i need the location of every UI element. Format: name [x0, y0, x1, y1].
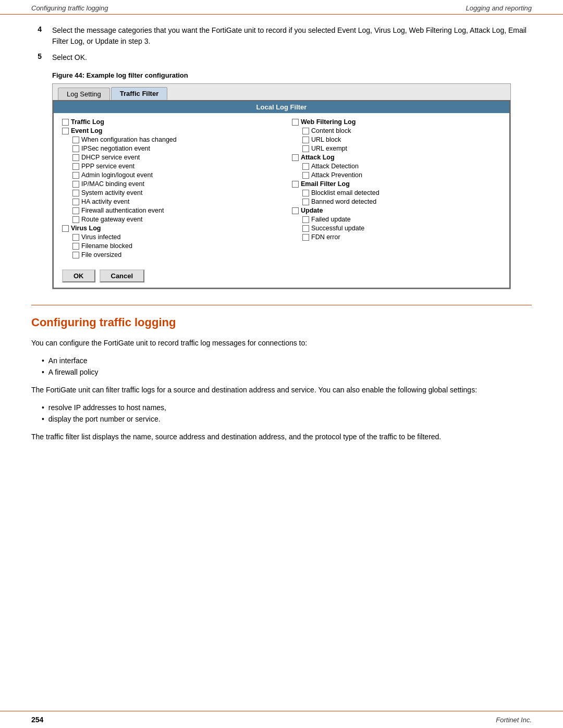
- filter-label: URL block: [311, 136, 341, 143]
- filter-row: Traffic Log: [62, 118, 271, 126]
- section-heading: Configuring traffic logging: [31, 316, 532, 329]
- filter-row: Virus infected: [62, 233, 271, 241]
- checkbox[interactable]: [72, 137, 79, 143]
- checkbox[interactable]: [302, 172, 309, 179]
- checkbox[interactable]: [292, 154, 299, 161]
- filter-label: Successful update: [311, 225, 364, 232]
- checkbox[interactable]: [302, 234, 309, 241]
- checkbox[interactable]: [62, 225, 69, 232]
- filter-title-text: Local Log Filter: [256, 103, 307, 111]
- filter-row: DHCP service event: [62, 154, 271, 161]
- checkbox[interactable]: [72, 181, 79, 188]
- filter-row: Attack Detection: [292, 163, 501, 170]
- bullets-2: resolve IP addresses to host names,displ…: [42, 402, 532, 425]
- filter-row: Blocklist email detected: [292, 189, 501, 196]
- dialog-content: Local Log Filter Traffic LogEvent LogWhe…: [53, 100, 510, 289]
- filter-body: Traffic LogEvent LogWhen configuration h…: [54, 113, 509, 265]
- list-item: A firewall policy: [42, 366, 532, 378]
- filter-row: Event Log: [62, 127, 271, 134]
- filter-label: Virus Log: [71, 225, 101, 232]
- filter-row: Virus Log: [62, 225, 271, 232]
- footer-company: Fortinet Inc.: [496, 716, 532, 724]
- tabs-row: Log Setting Traffic Filter: [53, 84, 510, 100]
- filter-label: Blocklist email detected: [311, 189, 380, 196]
- filter-row: Attack Log: [292, 154, 501, 161]
- checkbox[interactable]: [292, 207, 299, 214]
- checkbox[interactable]: [302, 137, 309, 143]
- checkbox[interactable]: [72, 145, 79, 152]
- checkbox[interactable]: [292, 181, 299, 188]
- checkbox[interactable]: [302, 199, 309, 205]
- filter-label: Web Filtering Log: [301, 118, 356, 126]
- filter-label: PPP service event: [81, 163, 134, 170]
- filter-label: Filename blocked: [81, 242, 132, 250]
- filter-label: Route gateway event: [81, 216, 142, 223]
- checkbox[interactable]: [62, 128, 69, 134]
- step-4-text: Select the message categories that you w…: [52, 25, 532, 47]
- checkbox[interactable]: [72, 163, 79, 170]
- filter-row: Content block: [292, 127, 501, 134]
- filter-label: Attack Prevention: [311, 171, 362, 179]
- list-item: resolve IP addresses to host names,: [42, 402, 532, 413]
- dialog-buttons: OK Cancel: [54, 265, 509, 288]
- checkbox[interactable]: [302, 216, 309, 223]
- filter-label: File oversized: [81, 251, 121, 258]
- list-item: display the port number or service.: [42, 413, 532, 425]
- checkbox[interactable]: [72, 207, 79, 214]
- checkbox[interactable]: [72, 234, 79, 241]
- header-bar: Configuring traffic logging Logging and …: [0, 0, 563, 15]
- checkbox[interactable]: [72, 243, 79, 250]
- filter-row: Failed update: [292, 216, 501, 223]
- checkbox[interactable]: [302, 190, 309, 196]
- checkbox[interactable]: [302, 128, 309, 134]
- checkbox[interactable]: [72, 199, 79, 205]
- filter-row: Route gateway event: [62, 216, 271, 223]
- checkbox[interactable]: [292, 119, 299, 126]
- filter-label: Admin login/logout event: [81, 171, 153, 179]
- step-4: 4 Select the message categories that you…: [31, 25, 532, 47]
- checkbox[interactable]: [62, 119, 69, 126]
- filter-label: IP/MAC binding event: [81, 180, 144, 188]
- checkbox[interactable]: [72, 252, 79, 258]
- filter-label: Traffic Log: [71, 118, 104, 126]
- checkbox[interactable]: [72, 216, 79, 223]
- filter-row: URL block: [292, 136, 501, 143]
- checkbox[interactable]: [302, 225, 309, 232]
- main-content: 4 Select the message categories that you…: [0, 25, 563, 289]
- filter-row: IPSec negotiation event: [62, 145, 271, 152]
- bullets-1: An interfaceA firewall policy: [42, 355, 532, 378]
- footer-bar: 254 Fortinet Inc.: [0, 711, 563, 728]
- figure-caption: Figure 44: Example log filter configurat…: [52, 71, 532, 79]
- step-4-number: 4: [31, 25, 42, 47]
- filter-row: HA activity event: [62, 198, 271, 205]
- filter-label: Banned word detected: [311, 198, 376, 205]
- filter-col-left: Traffic LogEvent LogWhen configuration h…: [62, 118, 282, 260]
- filter-row: Successful update: [292, 225, 501, 232]
- filter-label: DHCP service event: [81, 154, 140, 161]
- tab-log-setting[interactable]: Log Setting: [58, 88, 110, 100]
- filter-label: Attack Detection: [311, 163, 359, 170]
- tab-traffic-filter[interactable]: Traffic Filter: [111, 87, 167, 100]
- checkbox[interactable]: [72, 190, 79, 196]
- checkbox[interactable]: [72, 172, 79, 179]
- filter-label: Failed update: [311, 216, 351, 223]
- filter-row: Web Filtering Log: [292, 118, 501, 126]
- filter-label: Update: [301, 207, 323, 214]
- filter-row: System activity event: [62, 189, 271, 196]
- checkbox[interactable]: [302, 163, 309, 170]
- header-left: Configuring traffic logging: [31, 4, 108, 12]
- filter-label: Firewall authentication event: [81, 207, 164, 214]
- list-item: An interface: [42, 355, 532, 366]
- page-container: Configuring traffic logging Logging and …: [0, 0, 563, 728]
- filter-row: Firewall authentication event: [62, 207, 271, 214]
- section-para2: The FortiGate unit can filter traffic lo…: [31, 385, 532, 396]
- checkbox[interactable]: [72, 154, 79, 161]
- filter-row: Admin login/logout event: [62, 171, 271, 179]
- cancel-button[interactable]: Cancel: [100, 269, 145, 282]
- ok-button[interactable]: OK: [62, 269, 95, 282]
- checkbox[interactable]: [302, 145, 309, 152]
- step-5: 5 Select OK.: [31, 52, 532, 63]
- section-intro: You can configure the FortiGate unit to …: [31, 338, 532, 349]
- filter-label: When configuration has changed: [81, 136, 177, 143]
- filter-label: IPSec negotiation event: [81, 145, 150, 152]
